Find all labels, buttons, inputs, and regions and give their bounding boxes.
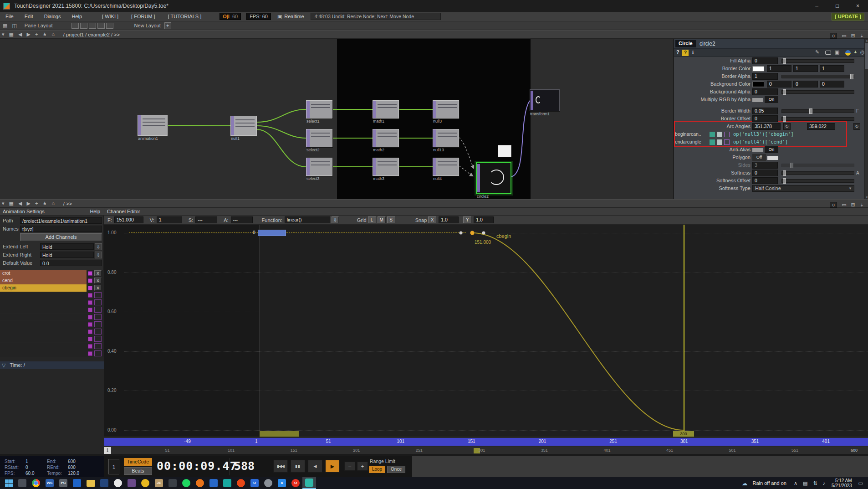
word-app-icon[interactable]: WS [43, 477, 56, 489]
layout-preset-4[interactable] [97, 23, 105, 29]
menu-help[interactable]: Help [71, 14, 82, 19]
clock-app-icon[interactable] [111, 477, 125, 489]
once-button[interactable]: Once [387, 466, 405, 473]
range-end-marker[interactable]: 300 [673, 431, 694, 437]
add-layout-button[interactable]: + [164, 22, 171, 29]
param-slider[interactable] [781, 117, 854, 121]
menu-link-2[interactable]: [ TUTORIALS ] [168, 14, 202, 19]
spotify-icon[interactable] [179, 477, 193, 489]
cycle-icon[interactable]: ↻ [783, 123, 791, 130]
network-tray-icon[interactable]: ⇅ [813, 480, 817, 486]
layout-preset-3[interactable] [89, 23, 96, 29]
param-field[interactable]: 0 [752, 170, 778, 176]
frame-increment-field[interactable]: 1 [108, 459, 119, 474]
expression-text[interactable]: op('null4')['cend'] [733, 139, 788, 145]
opera-icon[interactable]: O [289, 477, 302, 489]
mode-chip[interactable] [717, 132, 722, 137]
channel-delete-button[interactable]: X [94, 270, 102, 276]
toggle-value[interactable]: Off [752, 154, 766, 161]
param-slider[interactable] [781, 109, 854, 113]
grid-large-button[interactable]: L [368, 216, 376, 223]
time-bar[interactable]: ▽ Time: / [0, 361, 104, 369]
param-field-g[interactable]: 0 [793, 81, 818, 88]
channel-delete-button[interactable]: X [94, 278, 102, 283]
layout-preset-2[interactable] [80, 23, 87, 29]
app-blue-icon[interactable] [70, 477, 84, 489]
param-field[interactable]: 0 [752, 57, 778, 64]
update-button[interactable]: [ UPDATE ] [832, 13, 864, 21]
realtime-check-icon[interactable]: ▣ [277, 14, 282, 20]
timeline-ruler[interactable]: 1 600 51101151201251301351401451501551 [104, 447, 868, 454]
arc-end-field[interactable]: 359.022 [807, 123, 835, 130]
app-blue2-icon[interactable] [207, 477, 220, 489]
node-null13[interactable]: null13 [433, 129, 459, 147]
snap-y-button[interactable]: Y [463, 216, 471, 223]
app-u-icon[interactable]: U [248, 477, 261, 489]
toggle-track[interactable] [767, 156, 778, 160]
show-desktop-button[interactable] [866, 477, 868, 489]
value-field[interactable]: 1 [157, 216, 182, 223]
decrement-button[interactable]: – [344, 462, 355, 471]
channel-color-chip[interactable] [88, 329, 92, 334]
channel-color-chip[interactable] [88, 315, 92, 319]
param-field-b[interactable]: 0 [820, 81, 844, 88]
chevron-up-icon[interactable]: ∧ [794, 480, 797, 486]
channel-row-cend[interactable]: cendX [0, 277, 104, 284]
channel-color-chip[interactable] [88, 271, 92, 276]
toggle-value[interactable]: On [765, 96, 778, 103]
frame-field[interactable]: 151.000 [114, 216, 143, 223]
close-button[interactable]: × [848, 0, 868, 12]
copy-icon[interactable]: ▣ [835, 49, 839, 55]
pane-dropdown-icon[interactable]: ▾ [2, 199, 5, 208]
loop-button[interactable]: Loop [369, 466, 385, 473]
pane-split-icon[interactable]: ◫ [12, 21, 16, 30]
node-select1[interactable]: select1 [306, 100, 332, 118]
menu-link-0[interactable]: [ WIKI ] [102, 14, 118, 19]
minimize-button[interactable]: – [807, 0, 827, 12]
node-math2[interactable]: math2 [373, 129, 399, 147]
node-math3[interactable]: math3 [373, 158, 399, 176]
param-scrollbar[interactable]: ▲ ▼ [864, 39, 868, 199]
node-circle2[interactable]: circle2 [476, 162, 511, 194]
help-icon[interactable]: ? [676, 49, 679, 55]
pane-forward-icon[interactable]: ▶ [26, 199, 30, 208]
app-red-icon[interactable] [234, 477, 248, 489]
realtime-toggle[interactable]: Realtime [284, 14, 304, 19]
app-slate-icon[interactable] [166, 477, 179, 489]
extend-right-menu-icon[interactable]: ⇩ [95, 252, 102, 258]
param-field[interactable]: 0.05 [752, 108, 778, 114]
param-slider[interactable] [781, 59, 854, 63]
menu-file[interactable]: File [5, 14, 14, 19]
fps-value[interactable]: 60.0 [26, 470, 46, 476]
cbegin-curve[interactable] [104, 225, 868, 437]
end-value[interactable]: 600 [68, 458, 88, 464]
scroll-up-icon[interactable]: ▲ [865, 39, 868, 42]
pane-viewer-icon[interactable]: ▦ [9, 199, 14, 208]
maximize-button[interactable]: □ [827, 0, 848, 12]
pane-back-icon[interactable]: ◀ [18, 199, 22, 208]
channel-color-chip[interactable] [88, 322, 92, 327]
chop-export-chip[interactable] [710, 139, 715, 145]
node-select3[interactable]: select3 [306, 158, 332, 176]
weather-icon[interactable]: ☁ [741, 480, 747, 487]
timecode-button[interactable]: TimeCode [124, 458, 152, 466]
firefox-icon[interactable] [193, 477, 207, 489]
app-tan-icon[interactable]: JE [152, 477, 166, 489]
node-null4[interactable]: null4 [433, 158, 459, 176]
play-button[interactable]: ▶ [325, 460, 340, 473]
expression-chip[interactable] [724, 132, 730, 137]
help-link[interactable]: Help [90, 208, 100, 215]
rstart-value[interactable]: 0 [26, 464, 46, 470]
chrome-icon[interactable] [29, 477, 43, 489]
touchdesigner-icon[interactable] [302, 477, 316, 489]
channel-row-cbegin[interactable]: cbeginX [0, 284, 104, 292]
snap-x-field[interactable]: 1.0 [439, 216, 459, 223]
param-field[interactable]: 1 [752, 73, 778, 80]
tempo-value[interactable]: 120.0 [68, 470, 88, 476]
param-slider[interactable] [781, 75, 854, 78]
param-field-r[interactable]: 1 [767, 65, 791, 72]
scroll-thumb[interactable] [865, 43, 868, 69]
node-null3[interactable]: null3 [433, 100, 459, 118]
pane-home-icon[interactable]: ⌂ [51, 199, 55, 208]
python-help-icon[interactable]: ? [682, 50, 689, 56]
